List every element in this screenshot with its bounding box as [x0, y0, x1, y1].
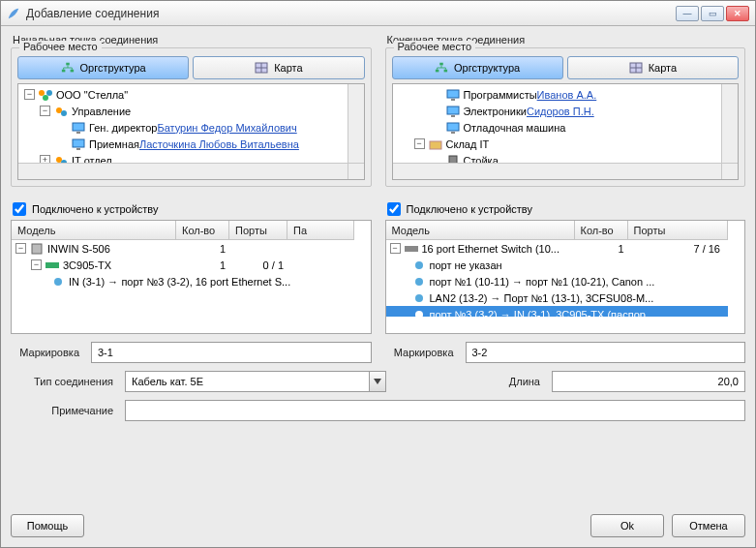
tree-node[interactable]: Программисты Иванов А.А. — [397, 86, 718, 103]
col-ports[interactable]: Порты — [628, 221, 729, 239]
right-map-tab[interactable]: Карта — [567, 56, 739, 79]
right-connected-label: Подключено к устройству — [407, 203, 532, 215]
left-marking-input[interactable] — [91, 342, 372, 363]
right-workplace-group: Рабочее место Оргструктура Карта — [385, 47, 746, 187]
svg-rect-27 — [451, 99, 455, 101]
tree-node[interactable]: −ООО "Стелла" — [22, 86, 344, 103]
tree-node[interactable]: −Управление — [22, 103, 344, 119]
port-icon — [411, 275, 427, 289]
horizontal-scrollbar[interactable] — [18, 163, 348, 179]
svg-rect-32 — [430, 141, 441, 149]
right-org-tree[interactable]: Программисты Иванов А.А. Электроники Сид… — [392, 83, 740, 180]
length-label: Длина — [486, 376, 544, 387]
cancel-button[interactable]: Отмена — [672, 514, 745, 537]
folder-icon — [53, 105, 69, 118]
note-input[interactable] — [125, 400, 745, 421]
right-orgstructure-tab[interactable]: Оргструктура — [392, 56, 563, 79]
svg-rect-0 — [66, 63, 70, 66]
col-model[interactable]: Модель — [12, 221, 176, 239]
svg-point-19 — [54, 278, 62, 286]
minimize-button[interactable]: — — [676, 6, 699, 21]
col-model[interactable]: Модель — [386, 221, 575, 239]
expand-icon[interactable]: + — [40, 155, 50, 163]
collapse-icon[interactable]: − — [414, 138, 425, 149]
col-ports[interactable]: Порты — [229, 221, 287, 239]
collapse-icon[interactable]: − — [40, 106, 50, 116]
tree-node[interactable]: Ген. директор Батурин Федор Михайлович — [22, 119, 344, 136]
left-org-tree[interactable]: −ООО "Стелла" −Управление Ген. директор … — [17, 83, 365, 180]
chevron-down-icon — [374, 379, 381, 384]
connection-type-label: Тип соединения — [11, 376, 117, 387]
monitor-icon — [445, 105, 461, 118]
tree-node[interactable]: Приемная Ласточкина Любовь Витальевна — [22, 136, 344, 152]
titlebar[interactable]: Добавление соединения — ▭ ✕ — [1, 1, 755, 26]
table-row[interactable]: −16 port Ethernet Switch (10... 1 7 / 16 — [386, 240, 729, 257]
tree-node[interactable]: +IT отдел — [22, 152, 344, 163]
right-device-table[interactable]: Модель Кол-во Порты −16 port Ethernet Sw… — [385, 220, 746, 334]
collapse-icon[interactable]: − — [390, 243, 401, 254]
tree-node[interactable]: Отладочная машина — [397, 119, 718, 136]
note-label: Примечание — [11, 405, 117, 416]
length-input[interactable] — [552, 371, 745, 392]
svg-rect-17 — [32, 244, 42, 254]
table-row-selected[interactable]: порт №3 (3-2) → IN (3-1), 3C905-TX (пасп… — [386, 306, 729, 317]
collapse-icon[interactable]: − — [24, 89, 35, 100]
vertical-scrollbar[interactable] — [348, 84, 364, 163]
right-marking-label: Маркировка — [385, 347, 458, 358]
port-icon — [411, 308, 427, 318]
svg-rect-11 — [73, 123, 84, 131]
ok-button[interactable]: Ok — [590, 514, 664, 537]
right-workplace-label: Рабочее место — [394, 41, 476, 52]
svg-point-35 — [415, 261, 423, 269]
svg-point-15 — [56, 157, 62, 163]
svg-point-37 — [415, 294, 423, 302]
person-link[interactable]: Батурин Федор Михайлович — [157, 122, 296, 134]
tree-node[interactable]: Электроники Сидоров П.Н. — [397, 103, 718, 119]
collapse-icon[interactable]: − — [15, 243, 26, 254]
table-row[interactable]: −INWIN S-506 1 — [12, 240, 354, 257]
left-map-tab[interactable]: Карта — [193, 56, 364, 79]
org-root-icon — [38, 88, 53, 102]
maximize-button[interactable]: ▭ — [701, 6, 724, 21]
tree-node[interactable]: Стойка — [397, 152, 718, 163]
right-marking-input[interactable] — [466, 342, 746, 363]
left-orgstructure-tab[interactable]: Оргструктура — [17, 56, 189, 79]
table-row[interactable]: порт №1 (10-11) → порт №1 (10-21), Canon… — [386, 273, 729, 289]
help-button[interactable]: Помощь — [11, 514, 84, 537]
svg-rect-26 — [447, 90, 459, 98]
col-qty[interactable]: Кол-во — [575, 221, 628, 239]
left-connected-checkbox[interactable] — [13, 202, 26, 216]
svg-point-8 — [43, 95, 48, 101]
svg-rect-14 — [76, 148, 80, 150]
svg-rect-2 — [70, 70, 74, 73]
person-link[interactable]: Иванов А.А. — [537, 89, 597, 101]
map-icon — [255, 62, 268, 74]
collapse-icon[interactable]: − — [31, 259, 42, 270]
col-qty[interactable]: Кол-во — [176, 221, 229, 239]
vertical-scrollbar[interactable] — [721, 84, 738, 163]
right-connected-checkbox[interactable] — [387, 202, 401, 216]
person-link[interactable]: Сидоров П.Н. — [527, 106, 594, 117]
start-point-panel: Начальная точка соединения Рабочее место… — [11, 34, 372, 363]
svg-point-10 — [61, 110, 67, 116]
close-button[interactable]: ✕ — [726, 6, 749, 21]
left-device-table[interactable]: Модель Кол-во Порты Па −INWIN S-506 1 −3… — [11, 220, 372, 334]
tree-node[interactable]: −Склад IT — [397, 136, 718, 152]
svg-rect-30 — [447, 123, 459, 131]
col-pa[interactable]: Па — [287, 221, 354, 239]
table-row[interactable]: IN (3-1) → порт №3 (3-2), 16 port Ethern… — [12, 273, 354, 289]
svg-rect-13 — [73, 139, 84, 147]
dropdown-button[interactable] — [369, 371, 386, 392]
table-row[interactable]: LAN2 (13-2) → Порт №1 (13-1), 3CFSU08-M.… — [386, 289, 729, 306]
svg-rect-22 — [444, 70, 448, 73]
horizontal-scrollbar[interactable] — [393, 163, 722, 179]
person-link[interactable]: Ласточкина Любовь Витальевна — [139, 138, 299, 150]
dialog-window: Добавление соединения — ▭ ✕ Начальная то… — [0, 0, 756, 548]
connection-type-combo[interactable] — [125, 371, 369, 392]
port-icon — [411, 259, 427, 272]
table-row[interactable]: порт не указан — [386, 257, 729, 273]
table-row[interactable]: −3C905-TX 1 0 / 1 — [12, 257, 354, 273]
svg-point-7 — [46, 90, 52, 96]
monitor-icon — [445, 121, 461, 135]
window-title: Добавление соединения — [26, 7, 676, 20]
